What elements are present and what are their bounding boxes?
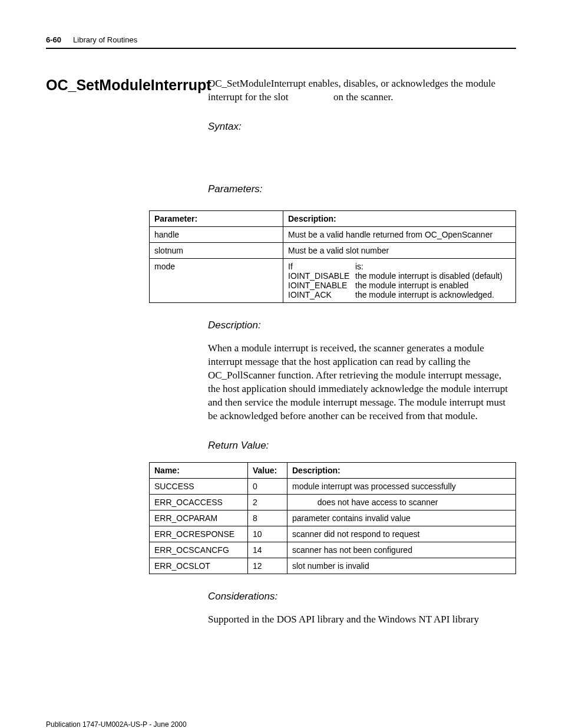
- rv-desc: scanner has not been configured: [287, 542, 516, 558]
- table-row: ERR_OCSLOT 12 slot number is invalid: [150, 558, 516, 574]
- description-text: When a module interrupt is received, the…: [208, 342, 516, 423]
- considerations-block: Considerations: Supported in the DOS API…: [208, 591, 516, 627]
- mode-effect: the module interrupt is acknowledged.: [355, 290, 511, 299]
- return-value-table: Name: Value: Description: SUCCESS 0 modu…: [149, 462, 516, 574]
- table-row: ERR_OCSCANCFG 14 scanner has not been co…: [150, 542, 516, 558]
- table-row: SUCCESS 0 module interrupt was processed…: [150, 478, 516, 494]
- rv-value: 12: [248, 558, 287, 574]
- parameters-heading: Parameters:: [208, 183, 516, 195]
- page-header: 6-60 Library of Routines: [46, 35, 516, 44]
- rv-desc: scanner did not respond to request: [287, 526, 516, 542]
- table-row: slotnum Must be a valid slot number: [150, 242, 516, 258]
- rv-desc: module interrupt was processed successfu…: [287, 478, 516, 494]
- rv-desc: parameter contains invalid value: [287, 510, 516, 526]
- rv-value: 14: [248, 542, 287, 558]
- param-name: mode: [150, 258, 283, 302]
- page: 6-60 Library of Routines OC_SetModuleInt…: [0, 0, 562, 728]
- mode-code: IOINT_DISABLE: [288, 271, 355, 281]
- rv-header-value: Value:: [248, 462, 287, 478]
- param-header-name: Parameter:: [150, 210, 283, 226]
- mode-code: IOINT_ENABLE: [288, 281, 355, 290]
- mode-effect: the module interrupt is disabled (defaul…: [355, 271, 511, 281]
- rv-desc: does not have access to scanner: [287, 494, 516, 510]
- rv-name: ERR_OCRESPONSE: [150, 526, 248, 542]
- section-title: Library of Routines: [73, 35, 137, 44]
- param-name: handle: [150, 226, 283, 242]
- table-header-row: Name: Value: Description:: [150, 462, 516, 478]
- rv-value: 2: [248, 494, 287, 510]
- table-row: mode If IOINT_DISABLE IOINT_ENABLE IOINT…: [150, 258, 516, 302]
- publication-footer: Publication 1747-UM002A-US-P - June 2000: [46, 720, 516, 728]
- param-desc: If IOINT_DISABLE IOINT_ENABLE IOINT_ACK …: [283, 258, 516, 302]
- rv-name: ERR_OCPARAM: [150, 510, 248, 526]
- mode-code: IOINT_ACK: [288, 290, 355, 299]
- mode-effect: the module interrupt is enabled: [355, 281, 511, 290]
- return-value-heading: Return Value:: [208, 440, 516, 452]
- rv-name: SUCCESS: [150, 478, 248, 494]
- rv-value: 0: [248, 478, 287, 494]
- table-row: ERR_OCRESPONSE 10 scanner did not respon…: [150, 526, 516, 542]
- header-rule: [46, 48, 516, 49]
- parameters-table: Parameter: Description: handle Must be a…: [149, 210, 516, 303]
- param-header-desc: Description:: [283, 210, 516, 226]
- rv-header-desc: Description:: [287, 462, 516, 478]
- rv-value: 10: [248, 526, 287, 542]
- param-name: slotnum: [150, 242, 283, 258]
- mode-if: If: [288, 262, 293, 271]
- summary-text: OC_SetModuleInterrupt enables, disables,…: [208, 77, 516, 104]
- rv-header-name: Name:: [150, 462, 248, 478]
- param-desc: Must be a valid handle returned from OC_…: [283, 226, 516, 242]
- function-name-heading: OC_SetModuleInterrupt: [46, 77, 208, 94]
- rv-value: 8: [248, 510, 287, 526]
- table-row: ERR_OCACCESS 2 does not have access to s…: [150, 494, 516, 510]
- function-section: OC_SetModuleInterrupt OC_SetModuleInterr…: [46, 77, 516, 206]
- rv-desc: slot number is invalid: [287, 558, 516, 574]
- table-header-row: Parameter: Description:: [150, 210, 516, 226]
- table-row: ERR_OCPARAM 8 parameter contains invalid…: [150, 510, 516, 526]
- rv-name: ERR_OCSCANCFG: [150, 542, 248, 558]
- considerations-text: Supported in the DOS API library and the…: [208, 613, 516, 627]
- rv-name: ERR_OCACCESS: [150, 494, 248, 510]
- considerations-heading: Considerations:: [208, 591, 516, 602]
- description-block: Description: When a module interrupt is …: [208, 319, 516, 452]
- rv-name: ERR_OCSLOT: [150, 558, 248, 574]
- mode-is: is:: [355, 262, 511, 271]
- description-heading: Description:: [208, 319, 516, 331]
- table-row: handle Must be a valid handle returned f…: [150, 226, 516, 242]
- param-desc: Must be a valid slot number: [283, 242, 516, 258]
- page-number: 6-60: [46, 35, 61, 44]
- syntax-heading: Syntax:: [208, 121, 516, 133]
